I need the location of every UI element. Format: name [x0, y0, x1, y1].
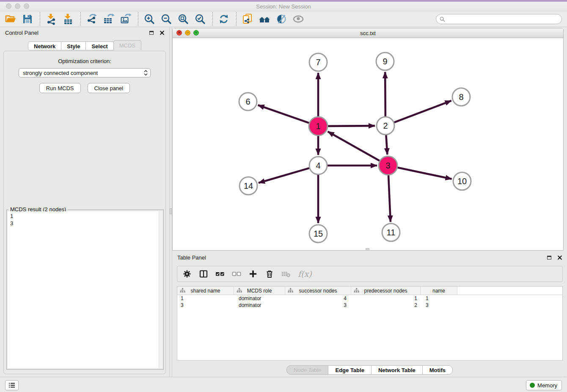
- edge-2-9[interactable]: [385, 72, 385, 116]
- run-mcds-button[interactable]: Run MCDS: [39, 83, 81, 93]
- table-cell[interactable]: 1: [177, 295, 234, 301]
- column-header-successor-nodes[interactable]: successor nodes: [285, 287, 351, 295]
- close-view-button[interactable]: ✕: [176, 30, 182, 36]
- export-image-button[interactable]: [119, 13, 132, 25]
- clone-network-button[interactable]: [241, 13, 254, 25]
- add-column-button[interactable]: [248, 269, 258, 279]
- table-panel: Table Panel f(x) shared nameMCDS rolesuc…: [172, 252, 567, 376]
- search-input[interactable]: [447, 15, 561, 23]
- column-type-icon: [288, 288, 293, 294]
- delete-selected-button[interactable]: [265, 269, 274, 279]
- table-cell[interactable]: 3: [285, 302, 351, 308]
- edge-4-14[interactable]: [259, 168, 309, 183]
- app-window-controls[interactable]: [6, 3, 29, 9]
- table-cell[interactable]: 2: [351, 302, 421, 308]
- tab-motifs[interactable]: Motifs: [422, 365, 453, 375]
- refresh-button[interactable]: [217, 13, 230, 25]
- show-graphics-details-button[interactable]: [292, 13, 305, 25]
- close-panel-button[interactable]: Close panel: [88, 83, 130, 93]
- tab-select[interactable]: Select: [85, 41, 113, 50]
- open-session-icon: [5, 13, 17, 25]
- style-preview-button[interactable]: [275, 13, 288, 25]
- tab-node-table[interactable]: Node Table: [286, 365, 329, 375]
- close-panel-icon[interactable]: [160, 30, 164, 35]
- minimize-window-button[interactable]: [15, 3, 20, 9]
- edge-1-2[interactable]: [328, 126, 375, 126]
- app-titlebar: Session: New Session: [0, 2, 567, 11]
- import-network-button[interactable]: [45, 13, 58, 25]
- table-cell[interactable]: dominator: [234, 295, 285, 301]
- column-header-name[interactable]: name: [421, 287, 457, 295]
- optimization-criterion-label: Optimization criterion:: [4, 58, 165, 64]
- import-table-button[interactable]: [62, 13, 74, 25]
- clone-network-icon: [242, 13, 253, 25]
- table-cell[interactable]: dominator: [234, 302, 285, 308]
- task-history-button[interactable]: [5, 380, 19, 390]
- table-mode-gear-button[interactable]: [182, 269, 192, 279]
- mcds-result-text[interactable]: 13: [8, 211, 162, 368]
- search-field[interactable]: [436, 14, 562, 24]
- open-session-button[interactable]: [4, 13, 17, 25]
- column-header-predecessor-nodes[interactable]: predecessor nodes: [351, 287, 421, 295]
- tab-style[interactable]: Style: [61, 41, 86, 50]
- edge-2-8[interactable]: [394, 101, 451, 122]
- import-table-icon: [62, 13, 74, 25]
- network-window-title: scc.txt: [360, 30, 376, 36]
- minimize-view-button[interactable]: −: [185, 30, 190, 36]
- maximize-window-button[interactable]: [24, 3, 29, 9]
- zoom-selected-button[interactable]: [194, 13, 206, 25]
- float-panel-icon[interactable]: [149, 31, 154, 35]
- delete-column-icon: [281, 270, 291, 278]
- toolbar-separator: [212, 12, 213, 26]
- table-cell[interactable]: 1: [351, 295, 421, 301]
- network-window-controls[interactable]: ✕ − +: [176, 30, 199, 36]
- zoom-in-button[interactable]: [143, 13, 156, 25]
- column-header-MCDS-role[interactable]: MCDS role: [234, 287, 285, 295]
- column-header-shared-name[interactable]: shared name: [177, 287, 234, 295]
- select-all-button[interactable]: [215, 269, 225, 279]
- tab-mcds[interactable]: MCDS: [113, 40, 141, 50]
- export-network-button[interactable]: [85, 13, 98, 25]
- edge-3-10[interactable]: [398, 168, 452, 179]
- table-row[interactable]: 3dominator323: [177, 302, 562, 309]
- zoom-out-button[interactable]: [160, 13, 173, 25]
- tab-network-table[interactable]: Network Table: [371, 365, 423, 375]
- close-table-panel-icon[interactable]: [557, 255, 562, 260]
- table-mode-gear-icon: [183, 270, 191, 278]
- float-table-panel-icon[interactable]: [547, 256, 551, 259]
- splitter-grip[interactable]: [170, 208, 172, 214]
- column-label: successor nodes: [299, 288, 337, 294]
- network-graph-canvas[interactable]: 7968124314101511: [173, 38, 563, 250]
- maximize-view-button[interactable]: +: [193, 30, 199, 36]
- export-table-icon: [103, 13, 115, 25]
- edge-3-11[interactable]: [388, 175, 391, 222]
- save-session-button[interactable]: [21, 13, 34, 25]
- tab-network[interactable]: Network: [28, 41, 61, 50]
- table-cell[interactable]: 3: [421, 302, 457, 308]
- result-scrollbar[interactable]: [159, 211, 162, 368]
- export-table-button[interactable]: [102, 13, 115, 25]
- result-line: 1: [8, 213, 162, 220]
- close-window-button[interactable]: [6, 3, 11, 9]
- edge-3-1[interactable]: [328, 132, 380, 161]
- vertical-splitter[interactable]: [169, 27, 172, 377]
- table-panel-title: Table Panel: [177, 254, 206, 261]
- table-cell[interactable]: 3: [177, 302, 234, 308]
- edge-1-6[interactable]: [258, 105, 309, 123]
- deselect-all-icon: [232, 270, 241, 278]
- edge-2-3[interactable]: [386, 135, 387, 155]
- zoom-fit-button[interactable]: [177, 13, 190, 25]
- table-cell[interactable]: 4: [285, 295, 351, 301]
- home-layout-button[interactable]: [258, 13, 271, 25]
- table-row[interactable]: 1dominator411: [177, 295, 562, 302]
- column-type-icon: [354, 288, 359, 294]
- column-visibility-button[interactable]: [199, 269, 208, 279]
- node-table[interactable]: shared nameMCDS rolesuccessor nodesprede…: [177, 286, 563, 361]
- table-cell[interactable]: 1: [421, 295, 457, 301]
- column-label: MCDS role: [247, 288, 272, 294]
- tab-edge-table[interactable]: Edge Table: [328, 365, 371, 375]
- deselect-all-button[interactable]: [232, 269, 241, 279]
- criterion-select[interactable]: strongly connected component: [19, 68, 151, 77]
- delete-column-button: [281, 269, 291, 279]
- memory-button[interactable]: Memory: [526, 380, 562, 390]
